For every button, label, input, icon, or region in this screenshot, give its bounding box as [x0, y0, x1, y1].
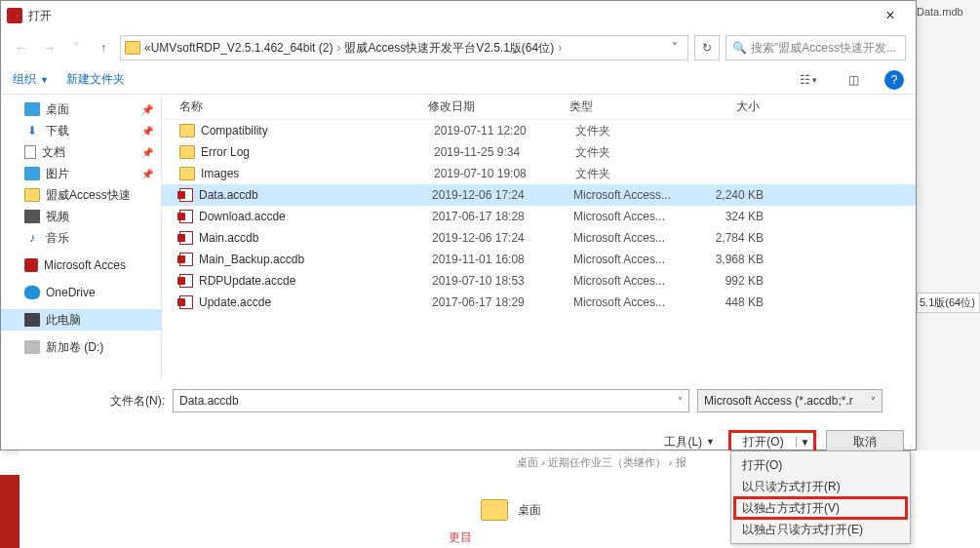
- menu-item[interactable]: 以只读方式打开(R): [734, 476, 907, 497]
- access-file-icon: [179, 295, 193, 309]
- sidebar-item-pic[interactable]: 图片📌: [1, 163, 161, 184]
- pic-icon: [24, 167, 40, 180]
- forward-button[interactable]: →: [38, 37, 59, 59]
- search-icon: 🔍: [732, 41, 747, 55]
- open-dropdown-menu: 打开(O)以只读方式打开(R)以独占方式打开(V)以独占只读方式打开(E): [730, 450, 911, 544]
- access-icon: [7, 8, 22, 23]
- sidebar: 桌面📌⬇下载📌文档📌图片📌盟威Access快速视频♪音乐Microsoft Ac…: [1, 95, 162, 379]
- dialog-title: 打开: [28, 8, 871, 24]
- up-button[interactable]: ↑: [93, 37, 114, 59]
- fld-icon: [24, 188, 40, 202]
- access-file-icon: [179, 253, 193, 266]
- sidebar-item-pc[interactable]: 此电脑: [1, 309, 161, 331]
- sidebar-item-desktop[interactable]: 桌面📌: [1, 98, 161, 120]
- doc-icon: [24, 145, 36, 159]
- pin-icon: 📌: [141, 147, 153, 158]
- filename-label: 文件名(N):: [110, 393, 165, 410]
- bg-mid-snippet: 5.1版(64位): [917, 293, 980, 313]
- nav-bar: ← → ˅ ↑ « UMVsoftRDP_V2.5.1.462_64bit (2…: [1, 30, 916, 65]
- address-bar[interactable]: « UMVsoftRDP_V2.5.1.462_64bit (2) › 盟威Ac…: [120, 35, 688, 60]
- titlebar: 打开 ×: [1, 1, 916, 30]
- pc-icon: [24, 313, 40, 327]
- sidebar-item-music[interactable]: ♪音乐: [1, 227, 161, 249]
- download-icon: ⬇: [24, 124, 40, 137]
- organize-button[interactable]: 组织▼: [13, 71, 49, 88]
- sidebar-item-video[interactable]: 视频: [1, 206, 161, 227]
- chevron-down-icon[interactable]: ˅: [678, 396, 683, 407]
- file-row[interactable]: Main.accdb2019-12-06 17:24Microsoft Acce…: [162, 227, 916, 249]
- close-button[interactable]: ×: [871, 7, 910, 24]
- access-icon: [24, 258, 38, 272]
- recent-dropdown[interactable]: ˅: [65, 37, 87, 59]
- pin-icon: 📌: [141, 126, 153, 137]
- file-row[interactable]: Images2019-07-10 19:08文件夹: [162, 163, 916, 184]
- sidebar-item-doc[interactable]: 文档📌: [1, 141, 161, 163]
- cloud-icon: [24, 286, 40, 299]
- file-pane: 名称 修改日期 类型 大小 Compatibility2019-07-11 12…: [162, 95, 916, 379]
- under-red-text: 更目: [449, 529, 472, 546]
- back-button[interactable]: ←: [11, 37, 32, 59]
- music-icon: ♪: [24, 231, 40, 245]
- menu-item[interactable]: 以独占只读方式打开(E): [734, 519, 907, 540]
- desktop-icon: [24, 102, 40, 116]
- sidebar-item-drive[interactable]: 新加卷 (D:): [1, 336, 161, 358]
- file-row[interactable]: Data.accdb2019-12-06 17:24Microsoft Acce…: [162, 184, 916, 206]
- sidebar-item-download[interactable]: ⬇下载📌: [1, 120, 161, 141]
- pin-icon: 📌: [141, 104, 153, 115]
- preview-pane-button[interactable]: ◫: [840, 69, 867, 91]
- file-row[interactable]: Update.accde2017-06-17 18:29Microsoft Ac…: [162, 292, 916, 313]
- under-breadcrumb: 桌面 › 近期任作业三（类继作） › 报: [517, 455, 686, 470]
- footer: 文件名(N): Data.accdb ˅ Microsoft Access (*…: [1, 379, 916, 461]
- breadcrumb: « UMVsoftRDP_V2.5.1.462_64bit (2) › 盟威Ac…: [144, 40, 566, 57]
- help-button[interactable]: ?: [884, 70, 904, 90]
- desktop-folder[interactable]: 桌面: [481, 499, 541, 521]
- access-sidebar: [0, 475, 20, 548]
- bg-filename: Data.mdb: [913, 4, 980, 20]
- access-file-icon: [179, 210, 193, 223]
- col-size[interactable]: 大小: [691, 98, 769, 115]
- sidebar-item-cloud[interactable]: OneDrive: [1, 282, 161, 303]
- view-button[interactable]: ☷ ▾: [795, 69, 822, 91]
- open-button[interactable]: 打开(O): [731, 434, 796, 450]
- file-row[interactable]: Error Log2019-11-25 9:34文件夹: [162, 141, 916, 163]
- open-dropdown[interactable]: ▼: [796, 437, 813, 448]
- pin-icon: 📌: [141, 169, 153, 179]
- file-row[interactable]: Main_Backup.accdb2019-11-01 16:08Microso…: [162, 249, 916, 270]
- col-date[interactable]: 修改日期: [428, 98, 569, 115]
- newfolder-button[interactable]: 新建文件夹: [66, 71, 125, 88]
- menu-item[interactable]: 打开(O): [734, 454, 907, 476]
- open-file-dialog: 打开 × ← → ˅ ↑ « UMVsoftRDP_V2.5.1.462_64b…: [0, 0, 917, 450]
- chevron-down-icon: ˅: [871, 396, 876, 407]
- address-dropdown[interactable]: ˅: [666, 41, 684, 55]
- refresh-button[interactable]: ↻: [694, 35, 720, 60]
- toolbar: 组织▼ 新建文件夹 ☷ ▾ ◫ ?: [1, 65, 916, 95]
- drive-icon: [24, 340, 40, 354]
- col-type[interactable]: 类型: [569, 98, 691, 115]
- file-row[interactable]: Compatibility2019-07-11 12:20文件夹: [162, 120, 916, 141]
- access-file-icon: [179, 231, 193, 245]
- video-icon: [24, 210, 40, 223]
- sidebar-item-access[interactable]: Microsoft Acces: [1, 254, 161, 276]
- filetype-dropdown[interactable]: Microsoft Access (*.accdb;*.r ˅: [697, 389, 882, 412]
- folder-icon: [125, 41, 140, 55]
- search-input[interactable]: 🔍 搜索"盟威Access快速开发...: [725, 35, 906, 60]
- filename-input[interactable]: Data.accdb ˅: [173, 389, 689, 412]
- file-row[interactable]: RDPUpdate.accde2019-07-10 18:53Microsoft…: [162, 270, 916, 292]
- sidebar-item-fld[interactable]: 盟威Access快速: [1, 184, 161, 206]
- access-file-icon: [179, 188, 193, 202]
- column-headers: 名称 修改日期 类型 大小: [162, 95, 916, 120]
- menu-item[interactable]: 以独占方式打开(V): [734, 497, 907, 519]
- col-name[interactable]: 名称: [179, 98, 428, 115]
- access-file-icon: [179, 274, 193, 288]
- folder-icon: [179, 124, 195, 137]
- folder-icon: [179, 167, 195, 180]
- folder-icon: [481, 499, 508, 521]
- tools-dropdown[interactable]: 工具(L) ▼: [664, 434, 715, 450]
- file-row[interactable]: Download.accde2017-06-17 18:28Microsoft …: [162, 206, 916, 227]
- folder-icon: [179, 145, 195, 159]
